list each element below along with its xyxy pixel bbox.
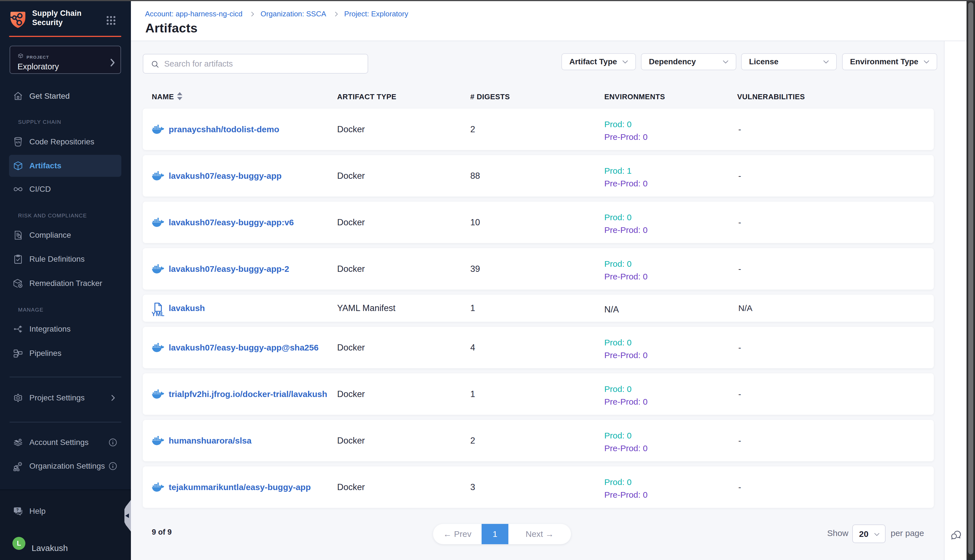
svg-text:YML: YML [152, 310, 164, 317]
svg-text:?: ? [16, 507, 18, 512]
